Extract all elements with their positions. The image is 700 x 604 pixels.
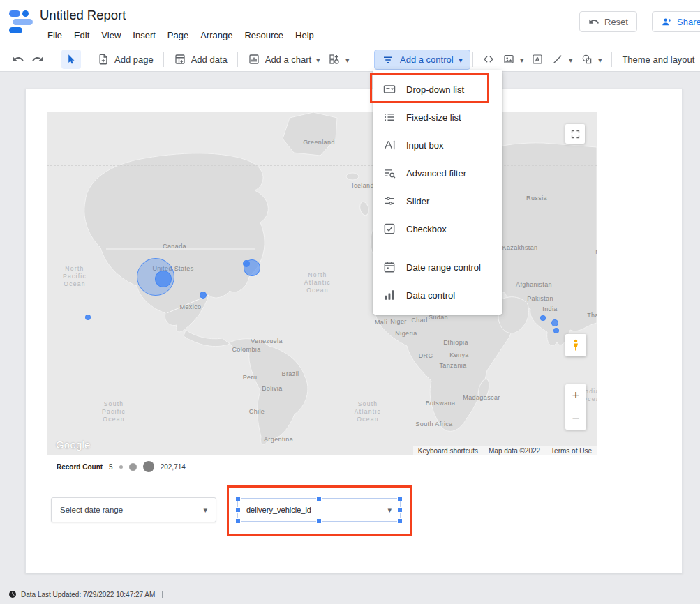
community-viz-icon [328,53,341,66]
add-data-button[interactable]: Add data [170,50,232,69]
data-studio-logo[interactable] [9,10,33,35]
menu-section-primary: Drop-down listFixed-size listInput boxAd… [373,75,502,243]
add-chart-icon [248,53,260,66]
map-bubble[interactable] [243,260,250,267]
add-page-label: Add page [114,54,154,65]
pegman-control[interactable] [565,334,586,356]
dropdown-filter-label: delivery_vehicle_id [246,506,311,514]
menu-help[interactable]: Help [295,30,314,40]
legend-min-value: 5 [109,463,113,471]
add-chart-label: Add a chart [265,54,312,65]
menu-item-slider[interactable]: Slider [373,187,502,215]
dropdown-filter-control[interactable]: delivery_vehicle_id [237,498,401,522]
menu-item-advanced-filter[interactable]: Advanced filter [373,159,502,187]
last-updated-text: Data Last Updated: 7/29/2022 10:47:27 AM [21,591,155,598]
chevron-down-icon [569,54,572,65]
toolbar-separator [87,52,87,67]
menu-item-label: Data control [406,290,455,301]
bubble-size-legend: Record Count 5 202,714 [57,460,186,474]
menu-page[interactable]: Page [167,30,188,40]
share-button[interactable]: Share [652,11,700,32]
menu-item-data-control[interactable]: Data control [373,281,502,309]
report-page[interactable]: GreenlandIcelandCanadaUnited StatesMexic… [25,89,683,573]
report-title[interactable]: Untitled Report [40,8,126,23]
legend-metric: Record Count [57,463,103,471]
menu-insert[interactable]: Insert [133,30,156,40]
selection-handle[interactable] [235,507,241,513]
map-bubble[interactable] [553,328,559,333]
dropdown-list-icon [382,82,396,96]
map-bubble[interactable] [85,315,91,320]
reset-label: Reset [604,17,628,27]
add-page-icon [97,53,110,66]
attribution-map-data-2022: Map data ©2022 [489,447,540,455]
menu-item-label: Slider [406,196,429,206]
menu-item-drop-down-list[interactable]: Drop-down list [373,75,502,103]
theme-layout-label: Theme and layout [622,54,694,65]
community-visualizations-button[interactable] [324,50,353,69]
selection-handle[interactable] [397,507,403,513]
google-logo[interactable]: Google [56,439,91,451]
menu-item-fixed-size-list[interactable]: Fixed-size list [373,103,502,131]
insert-line-button[interactable] [547,50,576,69]
checkbox-icon [382,222,396,236]
attribution-terms-of-use[interactable]: Terms of Use [551,447,592,455]
select-tool-button[interactable] [61,50,81,69]
status-separator [162,591,163,598]
input-box-icon [382,138,396,152]
selection-handle[interactable] [235,518,241,524]
map-bubble[interactable] [551,319,558,326]
insert-image-button[interactable] [498,50,528,69]
selection-handle[interactable] [235,496,241,501]
add-chart-button[interactable]: Add a chart [244,50,325,69]
date-range-control[interactable]: Select date range [51,497,216,522]
map-graticule [47,165,597,166]
legend-dot-small [119,465,123,469]
selection-handle[interactable] [316,518,322,524]
insert-shape-button[interactable] [576,50,606,69]
toolbar-separator [611,52,612,67]
selection-handle[interactable] [397,496,403,501]
attribution-keyboard-shortcuts[interactable]: Keyboard shortcuts [418,447,478,455]
redo-button[interactable] [28,50,47,69]
menu-item-date-range-control[interactable]: Date range control [373,253,502,281]
redo-icon [31,53,44,66]
reset-icon [588,16,600,27]
chevron-down-icon [520,54,523,65]
add-control-button[interactable]: Add a control [374,50,470,70]
pegman-icon [569,338,582,353]
menu-item-label: Drop-down list [406,84,464,95]
theme-and-layout-button[interactable]: Theme and layout [618,50,699,69]
selection-handle[interactable] [397,518,403,524]
map-graticule [47,363,597,363]
selection-handle[interactable] [316,496,322,501]
menu-arrange[interactable]: Arrange [200,30,232,40]
map-bubble[interactable] [200,292,207,299]
embed-button[interactable] [479,50,498,69]
map-bubble[interactable] [540,315,546,321]
undo-button[interactable] [8,50,28,69]
reset-button[interactable]: Reset [579,11,637,32]
fullscreen-button[interactable] [565,124,585,144]
map-bubble[interactable] [155,271,172,287]
chevron-down-icon [459,54,463,65]
zoom-out-button[interactable] [565,407,586,430]
text-box-button[interactable] [528,50,547,69]
menu-file[interactable]: File [47,30,62,40]
legend-max-value: 202,714 [161,463,186,471]
data-control-icon [382,288,396,302]
shape-icon [581,53,593,66]
menu-edit[interactable]: Edit [74,30,89,40]
zoom-in-button[interactable] [565,384,586,407]
geo-bubble-map-chart[interactable]: GreenlandIcelandCanadaUnited StatesMexic… [47,112,597,455]
menu-resource[interactable]: Resource [244,30,283,40]
add-page-button[interactable]: Add page [93,50,158,69]
menu-item-checkbox[interactable]: Checkbox [373,215,502,243]
menu-view[interactable]: View [101,30,121,40]
menu-item-label: Date range control [406,262,481,273]
toolbar-separator [472,52,473,67]
map-attribution: Keyboard shortcutsMap data ©2022Terms of… [413,446,597,455]
date-range-icon [382,260,396,274]
toolbar: Add page Add data Add a chart [0,47,700,72]
menu-item-input-box[interactable]: Input box [373,131,502,159]
